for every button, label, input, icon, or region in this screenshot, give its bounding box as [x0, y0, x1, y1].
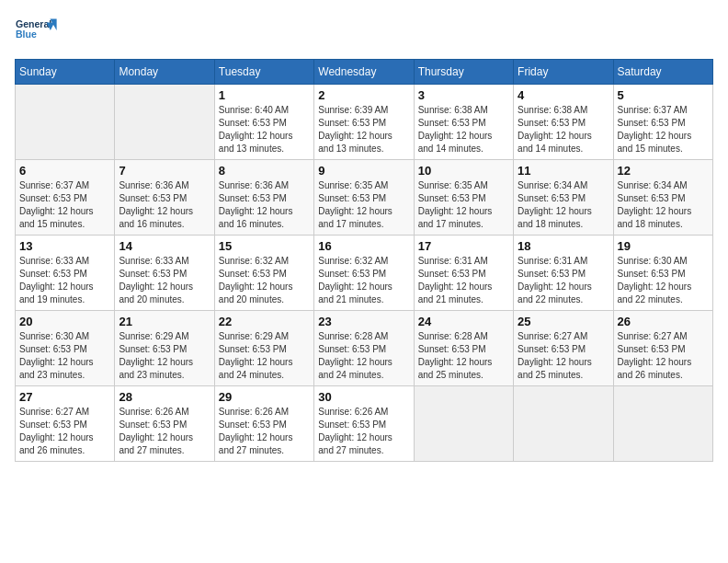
day-number: 5: [618, 88, 709, 102]
day-number: 26: [618, 315, 709, 328]
logo-svg: General Blue: [15, 15, 59, 48]
calendar-table: SundayMondayTuesdayWednesdayThursdayFrid…: [15, 59, 713, 462]
calendar-cell: 15Sunrise: 6:32 AM Sunset: 6:53 PM Dayli…: [214, 236, 313, 311]
cell-info: Sunrise: 6:33 AM Sunset: 6:53 PM Dayligh…: [119, 255, 210, 306]
cell-info: Sunrise: 6:37 AM Sunset: 6:53 PM Dayligh…: [618, 104, 709, 155]
cell-info: Sunrise: 6:28 AM Sunset: 6:53 PM Dayligh…: [418, 330, 509, 382]
calendar-cell: [16, 85, 115, 160]
cell-info: Sunrise: 6:27 AM Sunset: 6:53 PM Dayligh…: [518, 330, 609, 382]
calendar-cell: 30Sunrise: 6:26 AM Sunset: 6:53 PM Dayli…: [314, 386, 414, 462]
cell-info: Sunrise: 6:29 AM Sunset: 6:53 PM Dayligh…: [119, 330, 210, 382]
cell-info: Sunrise: 6:35 AM Sunset: 6:53 PM Dayligh…: [418, 179, 509, 231]
day-number: 16: [318, 239, 409, 253]
cell-info: Sunrise: 6:36 AM Sunset: 6:53 PM Dayligh…: [119, 179, 210, 231]
calendar-cell: 5Sunrise: 6:37 AM Sunset: 6:53 PM Daylig…: [613, 85, 712, 160]
calendar-cell: 4Sunrise: 6:38 AM Sunset: 6:53 PM Daylig…: [514, 85, 613, 160]
cell-info: Sunrise: 6:36 AM Sunset: 6:53 PM Dayligh…: [219, 179, 310, 231]
calendar-cell: 23Sunrise: 6:28 AM Sunset: 6:53 PM Dayli…: [314, 311, 414, 386]
day-number: 21: [119, 315, 210, 328]
calendar-cell: 10Sunrise: 6:35 AM Sunset: 6:53 PM Dayli…: [414, 160, 513, 236]
weekday-header: Friday: [514, 60, 613, 85]
weekday-header-row: SundayMondayTuesdayWednesdayThursdayFrid…: [16, 60, 713, 85]
cell-info: Sunrise: 6:40 AM Sunset: 6:53 PM Dayligh…: [219, 104, 310, 155]
day-number: 22: [219, 315, 310, 328]
cell-info: Sunrise: 6:30 AM Sunset: 6:53 PM Dayligh…: [618, 255, 709, 306]
calendar-cell: 17Sunrise: 6:31 AM Sunset: 6:53 PM Dayli…: [414, 236, 513, 311]
cell-info: Sunrise: 6:38 AM Sunset: 6:53 PM Dayligh…: [418, 104, 509, 155]
day-number: 12: [618, 164, 709, 178]
calendar-cell: 9Sunrise: 6:35 AM Sunset: 6:53 PM Daylig…: [314, 160, 414, 236]
calendar-cell: 27Sunrise: 6:27 AM Sunset: 6:53 PM Dayli…: [16, 386, 115, 462]
day-number: 9: [318, 164, 409, 178]
calendar-cell: 12Sunrise: 6:34 AM Sunset: 6:53 PM Dayli…: [613, 160, 712, 236]
calendar-cell: [115, 85, 214, 160]
cell-info: Sunrise: 6:26 AM Sunset: 6:53 PM Dayligh…: [318, 406, 409, 457]
day-number: 6: [19, 164, 110, 178]
calendar-week-row: 20Sunrise: 6:30 AM Sunset: 6:53 PM Dayli…: [16, 311, 713, 386]
calendar-cell: 8Sunrise: 6:36 AM Sunset: 6:53 PM Daylig…: [214, 160, 313, 236]
day-number: 27: [19, 390, 110, 404]
calendar-cell: 13Sunrise: 6:33 AM Sunset: 6:53 PM Dayli…: [16, 236, 115, 311]
page-header: General Blue: [15, 15, 713, 48]
svg-text:Blue: Blue: [16, 29, 37, 40]
cell-info: Sunrise: 6:34 AM Sunset: 6:53 PM Dayligh…: [518, 179, 609, 231]
cell-info: Sunrise: 6:33 AM Sunset: 6:53 PM Dayligh…: [19, 255, 110, 306]
calendar-cell: 14Sunrise: 6:33 AM Sunset: 6:53 PM Dayli…: [115, 236, 214, 311]
calendar-cell: 3Sunrise: 6:38 AM Sunset: 6:53 PM Daylig…: [414, 85, 513, 160]
calendar-cell: [514, 386, 613, 462]
cell-info: Sunrise: 6:32 AM Sunset: 6:53 PM Dayligh…: [318, 255, 409, 306]
day-number: 13: [19, 239, 110, 253]
cell-info: Sunrise: 6:28 AM Sunset: 6:53 PM Dayligh…: [318, 330, 409, 382]
calendar-cell: 6Sunrise: 6:37 AM Sunset: 6:53 PM Daylig…: [16, 160, 115, 236]
calendar-week-row: 27Sunrise: 6:27 AM Sunset: 6:53 PM Dayli…: [16, 386, 713, 462]
calendar-cell: 19Sunrise: 6:30 AM Sunset: 6:53 PM Dayli…: [613, 236, 712, 311]
calendar-cell: 7Sunrise: 6:36 AM Sunset: 6:53 PM Daylig…: [115, 160, 214, 236]
calendar-week-row: 13Sunrise: 6:33 AM Sunset: 6:53 PM Dayli…: [16, 236, 713, 311]
day-number: 25: [518, 315, 609, 328]
day-number: 19: [618, 239, 709, 253]
cell-info: Sunrise: 6:37 AM Sunset: 6:53 PM Dayligh…: [19, 179, 110, 231]
weekday-header: Wednesday: [314, 60, 414, 85]
calendar-cell: 11Sunrise: 6:34 AM Sunset: 6:53 PM Dayli…: [514, 160, 613, 236]
calendar-cell: 26Sunrise: 6:27 AM Sunset: 6:53 PM Dayli…: [613, 311, 712, 386]
cell-info: Sunrise: 6:39 AM Sunset: 6:53 PM Dayligh…: [318, 104, 409, 155]
calendar-cell: [414, 386, 513, 462]
calendar-cell: 24Sunrise: 6:28 AM Sunset: 6:53 PM Dayli…: [414, 311, 513, 386]
cell-info: Sunrise: 6:27 AM Sunset: 6:53 PM Dayligh…: [618, 330, 709, 382]
calendar-cell: [613, 386, 712, 462]
cell-info: Sunrise: 6:35 AM Sunset: 6:53 PM Dayligh…: [318, 179, 409, 231]
day-number: 2: [318, 88, 409, 102]
day-number: 15: [219, 239, 310, 253]
day-number: 23: [318, 315, 409, 328]
day-number: 28: [119, 390, 210, 404]
weekday-header: Monday: [115, 60, 214, 85]
day-number: 24: [418, 315, 509, 328]
weekday-header: Thursday: [414, 60, 513, 85]
day-number: 20: [19, 315, 110, 328]
calendar-cell: 28Sunrise: 6:26 AM Sunset: 6:53 PM Dayli…: [115, 386, 214, 462]
calendar-cell: 29Sunrise: 6:26 AM Sunset: 6:53 PM Dayli…: [214, 386, 313, 462]
day-number: 18: [518, 239, 609, 253]
day-number: 29: [219, 390, 310, 404]
cell-info: Sunrise: 6:34 AM Sunset: 6:53 PM Dayligh…: [618, 179, 709, 231]
calendar-cell: 1Sunrise: 6:40 AM Sunset: 6:53 PM Daylig…: [214, 85, 313, 160]
day-number: 4: [518, 88, 609, 102]
calendar-week-row: 1Sunrise: 6:40 AM Sunset: 6:53 PM Daylig…: [16, 85, 713, 160]
weekday-header: Saturday: [613, 60, 712, 85]
cell-info: Sunrise: 6:32 AM Sunset: 6:53 PM Dayligh…: [219, 255, 310, 306]
cell-info: Sunrise: 6:26 AM Sunset: 6:53 PM Dayligh…: [219, 406, 310, 457]
weekday-header: Tuesday: [214, 60, 313, 85]
cell-info: Sunrise: 6:29 AM Sunset: 6:53 PM Dayligh…: [219, 330, 310, 382]
day-number: 10: [418, 164, 509, 178]
weekday-header: Sunday: [16, 60, 115, 85]
day-number: 3: [418, 88, 509, 102]
cell-info: Sunrise: 6:38 AM Sunset: 6:53 PM Dayligh…: [518, 104, 609, 155]
cell-info: Sunrise: 6:30 AM Sunset: 6:53 PM Dayligh…: [19, 330, 110, 382]
calendar-week-row: 6Sunrise: 6:37 AM Sunset: 6:53 PM Daylig…: [16, 160, 713, 236]
logo: General Blue: [15, 15, 59, 48]
day-number: 11: [518, 164, 609, 178]
calendar-cell: 25Sunrise: 6:27 AM Sunset: 6:53 PM Dayli…: [514, 311, 613, 386]
cell-info: Sunrise: 6:31 AM Sunset: 6:53 PM Dayligh…: [418, 255, 509, 306]
calendar-cell: 2Sunrise: 6:39 AM Sunset: 6:53 PM Daylig…: [314, 85, 414, 160]
day-number: 7: [119, 164, 210, 178]
